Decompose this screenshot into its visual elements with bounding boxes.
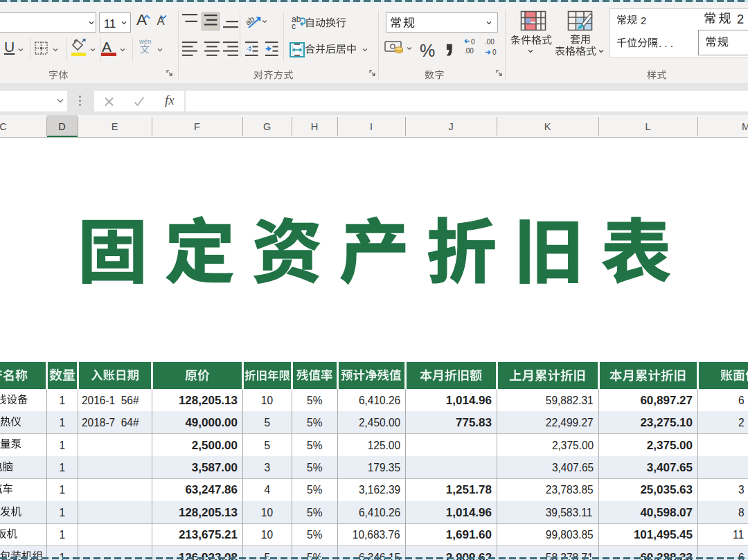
svg-text:.00: .00	[464, 47, 474, 55]
svg-text:0: 0	[471, 38, 475, 46]
svg-text:0: 0	[492, 48, 497, 56]
svg-text:.00: .00	[485, 38, 495, 46]
